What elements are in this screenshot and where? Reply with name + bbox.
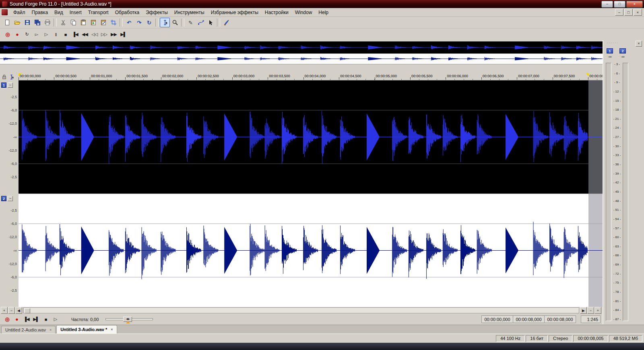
bottom-go-to-start-button[interactable]: ▐◀ bbox=[22, 315, 31, 324]
play-all-button[interactable]: ▻ bbox=[32, 30, 41, 39]
selection-start-field[interactable]: 00:00:00,000 bbox=[481, 315, 513, 323]
panel-grip[interactable]: ······ bbox=[607, 41, 619, 45]
bottom-go-to-end-button[interactable]: ▶▌ bbox=[32, 315, 40, 324]
scroll-left-button[interactable]: ◀ bbox=[15, 307, 22, 314]
loop-playback-button[interactable]: ↻ bbox=[23, 30, 31, 39]
bottom-stop-button[interactable]: ■ bbox=[41, 315, 50, 324]
undo-button[interactable]: ↶ bbox=[124, 18, 134, 27]
overview-waveform-ch2[interactable] bbox=[0, 54, 603, 64]
lock-icon[interactable] bbox=[1, 74, 7, 80]
rewind-button[interactable]: ◁◁ bbox=[90, 30, 99, 39]
previous-marker-button[interactable]: ◀◀ bbox=[80, 30, 89, 39]
menu-process[interactable]: Обработка bbox=[112, 8, 143, 16]
tab-close-icon[interactable]: × bbox=[111, 327, 113, 331]
repeat-button[interactable]: ↻ bbox=[144, 18, 154, 27]
zoom-out-left-button[interactable]: − bbox=[8, 307, 15, 314]
statusbar: 44 100 Hz16 битСтерео00:00:08,00548 519,… bbox=[0, 334, 644, 343]
bottom-record-button[interactable]: ● bbox=[12, 315, 21, 324]
menu-transport[interactable]: Transport bbox=[85, 8, 112, 16]
ruler-minor-tick bbox=[241, 79, 242, 80]
zoom-ratio-field[interactable]: 1:245 bbox=[581, 315, 601, 323]
channel-2-minimize-button[interactable]: – bbox=[8, 196, 13, 201]
playback-speed-slider[interactable]: ◀▶ bbox=[105, 315, 153, 323]
meter-channel-2-button[interactable]: 2 bbox=[619, 48, 626, 54]
go-to-start-button[interactable]: ▐◀ bbox=[71, 30, 79, 39]
save-button[interactable] bbox=[22, 18, 32, 27]
menu-favorite-effects[interactable]: Избранные эффекты bbox=[208, 8, 262, 16]
mdi-restore-button[interactable]: □ bbox=[624, 9, 633, 16]
scrollbar-thumb[interactable] bbox=[25, 308, 30, 313]
paste-mix-button[interactable] bbox=[88, 18, 98, 27]
close-button[interactable]: × bbox=[626, 1, 643, 8]
cut-button[interactable] bbox=[58, 18, 68, 27]
channel-2-button[interactable]: 2 bbox=[1, 196, 6, 201]
scroll-right-button[interactable]: ▶ bbox=[580, 307, 587, 314]
selection-end-field[interactable]: 00:00:08,000 bbox=[513, 315, 545, 323]
record-button[interactable]: ● bbox=[13, 30, 21, 39]
paste-new-button[interactable] bbox=[98, 18, 108, 27]
minimize-button[interactable]: – bbox=[601, 1, 613, 8]
event-tool-button[interactable] bbox=[206, 18, 216, 27]
ruler-tick-label: 00:00:04,500 bbox=[340, 74, 361, 78]
db-label: -∞ bbox=[13, 249, 17, 253]
go-to-end-button[interactable]: ▶▌ bbox=[119, 30, 128, 39]
restore-button[interactable]: □ bbox=[614, 1, 625, 8]
timeline-ruler[interactable]: 00:00:00,00000:00:00,50000:00:01,00000:0… bbox=[19, 73, 603, 80]
loop-region-end-marker[interactable] bbox=[586, 73, 589, 76]
menu-insert[interactable]: Insert bbox=[66, 8, 85, 16]
zoom-out-right-button[interactable]: − bbox=[587, 307, 594, 314]
bottom-record-remote-button[interactable]: ◎ bbox=[3, 315, 11, 324]
tab-1[interactable]: Untitled 2-Audio.wav× bbox=[1, 326, 56, 334]
zoom-in-left-button[interactable]: + bbox=[1, 307, 8, 314]
tab-2[interactable]: Untitled 3-Audio.wav *× bbox=[56, 325, 117, 334]
edit-tool-button[interactable] bbox=[160, 18, 170, 27]
envelope-tool-button[interactable] bbox=[196, 18, 206, 27]
menu-view[interactable]: Вид bbox=[51, 8, 66, 16]
ruler-minor-tick bbox=[553, 79, 553, 80]
channel-1-button[interactable]: 1 bbox=[1, 82, 6, 88]
redo-button[interactable]: ↷ bbox=[134, 18, 144, 27]
waveform-channel-1[interactable] bbox=[19, 80, 603, 194]
play-button[interactable]: ▷ bbox=[42, 30, 50, 39]
magnify-tool-button[interactable] bbox=[170, 18, 180, 27]
new-file-button[interactable] bbox=[2, 18, 12, 27]
undo-icon: ↶ bbox=[127, 20, 131, 25]
scrollbar-track[interactable] bbox=[23, 307, 579, 313]
menu-options[interactable]: Настройки bbox=[262, 8, 292, 16]
menu-edit[interactable]: Правка bbox=[29, 8, 52, 16]
open-file-button[interactable] bbox=[12, 18, 22, 27]
menu-tools[interactable]: Инструменты bbox=[171, 8, 208, 16]
meter-channel-1-button[interactable]: 1 bbox=[607, 48, 613, 54]
meter-scale-value: - 18 - bbox=[613, 108, 621, 111]
stop-button[interactable]: ■ bbox=[61, 30, 70, 39]
pencil-tool-button[interactable]: ✎ bbox=[186, 18, 196, 27]
mdi-close-button[interactable]: × bbox=[634, 9, 642, 16]
pause-button[interactable]: ‖ bbox=[52, 30, 60, 39]
save-all-button[interactable] bbox=[32, 18, 42, 27]
record-remote-button[interactable]: ◎ bbox=[3, 30, 12, 39]
tab-close-icon[interactable]: × bbox=[50, 328, 52, 332]
copy-button[interactable] bbox=[68, 18, 78, 27]
menu-window[interactable]: Window bbox=[292, 8, 316, 16]
trim-button[interactable] bbox=[108, 18, 118, 27]
fast-forward-button[interactable]: ▷▷ bbox=[100, 30, 108, 39]
channel-1-minimize-button[interactable]: – bbox=[8, 82, 13, 88]
next-marker-button[interactable]: ▶▶ bbox=[109, 30, 118, 39]
paste-button[interactable] bbox=[78, 18, 88, 27]
status-length: 00:00:08,005 bbox=[573, 335, 608, 342]
menu-help[interactable]: Help bbox=[315, 8, 332, 16]
menu-file[interactable]: Файл bbox=[10, 8, 29, 16]
panel-close-icon[interactable]: × bbox=[636, 41, 642, 47]
paint-tool-button[interactable] bbox=[221, 18, 231, 27]
tab-label: Untitled 2-Audio.wav bbox=[5, 327, 46, 332]
zoom-in-right-button[interactable]: + bbox=[594, 307, 601, 314]
print-button[interactable] bbox=[42, 18, 52, 27]
mdi-minimize-button[interactable]: – bbox=[615, 9, 623, 16]
selection-length-field[interactable]: 00:00:08,000 bbox=[544, 315, 576, 323]
waveform-channel-2[interactable] bbox=[19, 194, 603, 307]
edit-cursor-icon[interactable] bbox=[8, 74, 14, 80]
menu-effects[interactable]: Эффекты bbox=[142, 8, 171, 16]
overview-waveform-ch1[interactable] bbox=[0, 41, 603, 54]
ruler-tick-label: 00:00:07,000 bbox=[518, 74, 539, 78]
bottom-play-button[interactable]: ▷ bbox=[51, 315, 60, 324]
